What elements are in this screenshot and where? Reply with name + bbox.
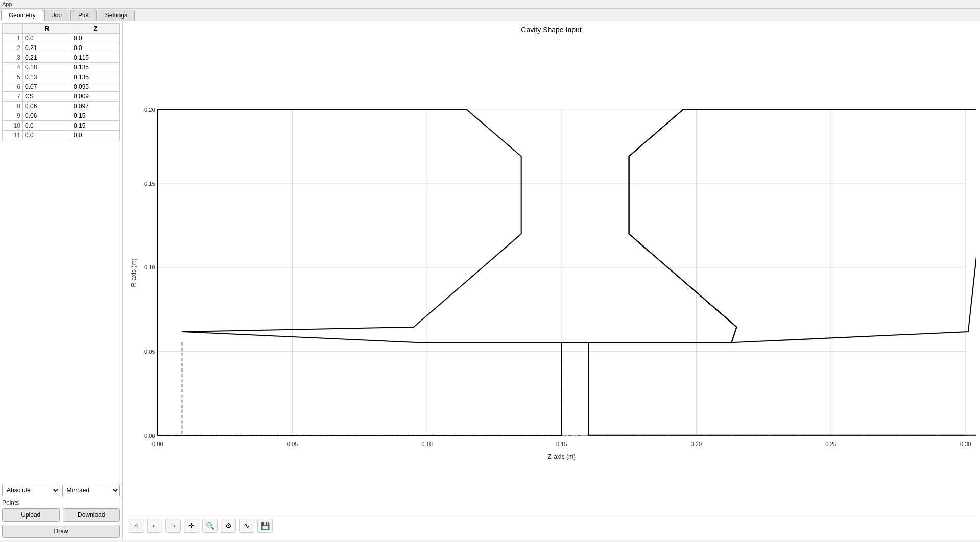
forward-button[interactable]: → xyxy=(165,519,181,533)
left-panel: R Z 10.00.020.210.030.210.11540.180.1355… xyxy=(0,21,123,540)
pan-button[interactable]: ✛ xyxy=(184,519,199,533)
chart-svg: 0.00 0.05 0.10 0.15 0.20 0.25 0.30 0.00 … xyxy=(127,36,976,515)
adjust-button[interactable]: ⚙ xyxy=(221,519,236,533)
cell-z[interactable]: 0.115 xyxy=(71,53,120,63)
home-button[interactable]: ⌂ xyxy=(129,519,144,533)
cell-z[interactable]: 0.095 xyxy=(71,82,120,92)
download-button[interactable]: Download xyxy=(63,508,121,522)
back-button[interactable]: ← xyxy=(147,519,162,533)
col-r: R xyxy=(23,24,71,34)
table-row[interactable]: 20.210.0 xyxy=(3,43,120,53)
cell-r[interactable]: 0.13 xyxy=(23,72,71,82)
cell-r[interactable]: 0.07 xyxy=(23,82,71,92)
zoom-button[interactable]: 🔍 xyxy=(202,519,218,533)
table-row[interactable]: 10.00.0 xyxy=(3,34,120,43)
cell-r[interactable]: 0.0 xyxy=(23,34,71,43)
cell-num: 6 xyxy=(3,82,23,92)
svg-text:0.10: 0.10 xyxy=(144,264,155,270)
mode-type-row: Absolute Relative Mirrored Single xyxy=(2,485,120,496)
cell-r[interactable]: 0.0 xyxy=(23,131,71,140)
upload-button[interactable]: Upload xyxy=(2,508,60,522)
cell-num: 10 xyxy=(3,121,23,131)
svg-text:0.00: 0.00 xyxy=(152,441,163,447)
app-label: App xyxy=(2,1,12,7)
table-row[interactable]: 50.130.135 xyxy=(3,72,120,82)
table-row[interactable]: 40.180.135 xyxy=(3,63,120,72)
type-select[interactable]: Mirrored Single xyxy=(62,485,121,496)
app-bar: App xyxy=(0,0,980,9)
cell-z[interactable]: 0.135 xyxy=(71,72,120,82)
data-table: R Z 10.00.020.210.030.210.11540.180.1355… xyxy=(2,23,120,140)
table-row[interactable]: 80.060.097 xyxy=(3,102,120,111)
cell-z[interactable]: 0.097 xyxy=(71,102,120,111)
curve-button[interactable]: ∿ xyxy=(239,519,254,533)
chart-title: Cavity Shape Input xyxy=(127,26,976,34)
svg-text:0.20: 0.20 xyxy=(144,107,155,113)
svg-text:0.15: 0.15 xyxy=(144,181,155,187)
svg-text:0.15: 0.15 xyxy=(556,441,567,447)
svg-text:R-axis (m): R-axis (m) xyxy=(130,258,137,287)
cell-z[interactable]: 0.0 xyxy=(71,131,120,140)
svg-text:0.30: 0.30 xyxy=(960,441,971,447)
col-z: Z xyxy=(71,24,120,34)
svg-text:0.00: 0.00 xyxy=(144,433,155,439)
cell-r[interactable]: 0.18 xyxy=(23,63,71,72)
table-row[interactable]: 60.070.095 xyxy=(3,82,120,92)
table-row[interactable]: 110.00.0 xyxy=(3,131,120,140)
cell-num: 4 xyxy=(3,63,23,72)
cell-r[interactable]: 0.21 xyxy=(23,43,71,53)
svg-text:0.05: 0.05 xyxy=(287,441,298,447)
table-row[interactable]: 7CS0.009 xyxy=(3,92,120,102)
controls-bottom: Absolute Relative Mirrored Single Points… xyxy=(2,481,120,538)
svg-text:Z-axis (m): Z-axis (m) xyxy=(547,453,576,460)
tab-settings[interactable]: Settings xyxy=(98,10,135,21)
svg-text:0.05: 0.05 xyxy=(144,349,155,355)
right-panel: Cavity Shape Input xyxy=(123,21,980,540)
cell-z[interactable]: 0.15 xyxy=(71,111,120,121)
cell-num: 5 xyxy=(3,72,23,82)
tab-job[interactable]: Job xyxy=(44,10,69,21)
main-layout: R Z 10.00.020.210.030.210.11540.180.1355… xyxy=(0,21,980,540)
table-row[interactable]: 30.210.115 xyxy=(3,53,120,63)
table-body: 10.00.020.210.030.210.11540.180.13550.13… xyxy=(3,34,120,140)
upload-download-row: Upload Download xyxy=(2,508,120,522)
cell-r[interactable]: 0.06 xyxy=(23,102,71,111)
chart-toolbar: ⌂ ← → ✛ 🔍 ⚙ ∿ 💾 xyxy=(127,515,976,536)
tab-geometry[interactable]: Geometry xyxy=(1,10,43,21)
cell-z[interactable]: 0.15 xyxy=(71,121,120,131)
cell-z[interactable]: 0.0 xyxy=(71,34,120,43)
cell-r[interactable]: CS xyxy=(23,92,71,102)
col-num xyxy=(3,24,23,34)
cell-z[interactable]: 0.135 xyxy=(71,63,120,72)
cell-r[interactable]: 0.0 xyxy=(23,121,71,131)
cell-num: 11 xyxy=(3,131,23,140)
cell-num: 9 xyxy=(3,111,23,121)
table-row[interactable]: 100.00.15 xyxy=(3,121,120,131)
cell-z[interactable]: 0.009 xyxy=(71,92,120,102)
cell-r[interactable]: 0.21 xyxy=(23,53,71,63)
save-chart-button[interactable]: 💾 xyxy=(257,519,273,533)
cell-num: 3 xyxy=(3,53,23,63)
chart-area: 0.00 0.05 0.10 0.15 0.20 0.25 0.30 0.00 … xyxy=(127,36,976,515)
draw-button[interactable]: Draw xyxy=(2,525,120,538)
cell-num: 1 xyxy=(3,34,23,43)
svg-text:0.10: 0.10 xyxy=(421,441,433,447)
svg-text:0.20: 0.20 xyxy=(691,441,702,447)
svg-text:0.25: 0.25 xyxy=(825,441,836,447)
points-label: Points xyxy=(2,499,120,506)
tab-plot[interactable]: Plot xyxy=(70,10,97,21)
cell-z[interactable]: 0.0 xyxy=(71,43,120,53)
cell-r[interactable]: 0.06 xyxy=(23,111,71,121)
cell-num: 2 xyxy=(3,43,23,53)
cell-num: 8 xyxy=(3,102,23,111)
tab-bar: Geometry Job Plot Settings xyxy=(0,9,980,21)
table-row[interactable]: 90.060.15 xyxy=(3,111,120,121)
mode-select[interactable]: Absolute Relative xyxy=(2,485,60,496)
cell-num: 7 xyxy=(3,92,23,102)
